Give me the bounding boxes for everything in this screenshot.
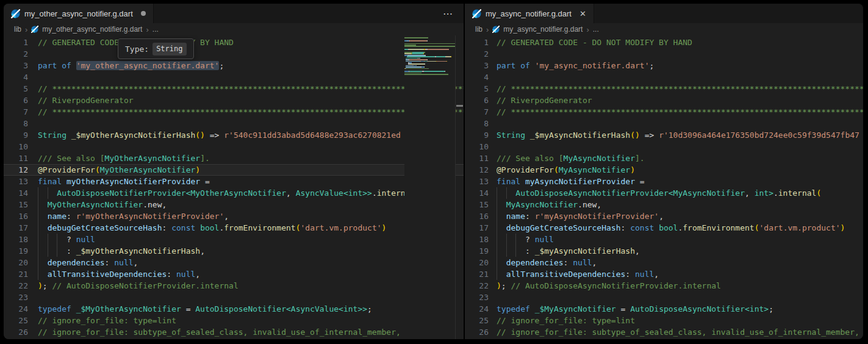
tab-label: my_async_notifier.g.dart — [486, 9, 572, 18]
code-line[interactable]: 3part of 'my_other_async_notifier.dart'; — [4, 60, 464, 71]
code-line[interactable]: 4 — [4, 71, 464, 83]
code-line[interactable]: 24typedef _$MyOtherAsyncNotifier = AutoD… — [4, 303, 464, 315]
editor-group-right: my_async_notifier.g.dart ✕ lib › my_asyn… — [465, 4, 863, 339]
line-number: 22 — [465, 280, 497, 292]
breadcrumb-right: lib › my_async_notifier.g.dart › ... — [465, 23, 863, 35]
dart-file-icon — [31, 26, 38, 33]
tab-my-async-notifier[interactable]: my_async_notifier.g.dart ✕ — [465, 4, 594, 23]
tab-my-other-async-notifier[interactable]: my_other_async_notifier.g.dart — [4, 4, 154, 23]
code-line[interactable]: 14 AutoDisposeAsyncNotifierProvider<MyAs… — [465, 187, 863, 199]
close-icon[interactable]: ✕ — [579, 10, 586, 18]
breadcrumb-item-file[interactable]: my_async_notifier.g.dart — [503, 25, 583, 34]
code-line[interactable]: 10 — [465, 141, 863, 152]
code-line[interactable]: 22); // AutoDisposeAsyncNotifierProvider… — [465, 280, 863, 292]
code-line[interactable]: 2 — [465, 48, 863, 60]
code-line[interactable]: 20 dependencies: null, — [465, 257, 863, 268]
code-line[interactable]: 13final myAsyncNotifierProvider = — [465, 176, 863, 187]
code-line[interactable]: 1// GENERATED CODE - DO NOT MODIFY BY HA… — [465, 37, 863, 48]
tabbar-left: my_other_async_notifier.g.dart ⋯ — [4, 4, 464, 23]
line-number: 6 — [465, 95, 497, 106]
code-line[interactable]: 26// ignore_for_file: subtype_of_sealed_… — [4, 326, 464, 338]
code-line[interactable]: 12@ProviderFor(MyOtherAsyncNotifier) — [4, 164, 464, 176]
breadcrumb-item-more[interactable]: ... — [593, 25, 599, 34]
line-number: 1 — [4, 37, 38, 48]
line-number: 23 — [465, 292, 497, 303]
code-line[interactable]: 2 — [4, 48, 464, 60]
code-line[interactable]: 9String _$myOtherAsyncNotifierHash() => … — [4, 129, 464, 141]
code-line[interactable]: 8 — [465, 118, 863, 129]
code-line[interactable]: 16 name: r'myAsyncNotifierProvider', — [465, 210, 863, 222]
minimap-content — [404, 37, 456, 75]
code-line[interactable]: 4 — [465, 71, 863, 83]
minimap[interactable] — [404, 35, 456, 339]
line-number: 7 — [4, 106, 38, 118]
editor-actions-button[interactable]: ⋯ — [443, 4, 454, 23]
line-number: 11 — [465, 152, 497, 164]
code-editor-right[interactable]: 1// GENERATED CODE - DO NOT MODIFY BY HA… — [465, 35, 863, 339]
line-number: 26 — [4, 326, 38, 338]
code-line[interactable]: 22); // AutoDisposeNotifierProvider.inte… — [4, 280, 464, 292]
line-number: 13 — [465, 176, 497, 187]
code-line[interactable]: 16 name: r'myOtherAsyncNotifierProvider'… — [4, 210, 464, 222]
line-number: 9 — [465, 129, 497, 141]
code-line[interactable]: 11/// See also [MyAsyncNotifier]. — [465, 152, 863, 164]
line-number: 25 — [465, 315, 497, 326]
code-line[interactable]: 19 : _$myOtherAsyncNotifierHash, — [4, 245, 464, 257]
line-number: 15 — [465, 199, 497, 210]
line-number: 17 — [465, 222, 497, 234]
code-line[interactable]: 1// GENERATED CODE - DO NOT MODIFY BY HA… — [4, 37, 464, 48]
line-number: 12 — [4, 164, 38, 176]
code-line[interactable]: 23 — [465, 292, 863, 303]
code-line[interactable]: 15 MyAsyncNotifier.new, — [465, 199, 863, 210]
line-number: 10 — [465, 141, 497, 152]
code-line[interactable]: 18 ? null — [4, 234, 464, 245]
code-line[interactable]: 5// ************************************… — [4, 83, 464, 95]
code-line[interactable]: 18 ? null — [465, 234, 863, 245]
breadcrumb-item-more[interactable]: ... — [152, 25, 159, 34]
code-line[interactable]: 6// RiverpodGenerator — [4, 95, 464, 106]
code-line[interactable]: 17 debugGetCreateSourceHash: const bool.… — [4, 222, 464, 234]
hover-tooltip: Type: String — [118, 38, 194, 59]
code-line[interactable]: 9String _$myAsyncNotifierHash() => r'10d… — [465, 129, 863, 141]
code-line[interactable]: 3part of 'my_async_notifier.dart'; — [465, 60, 863, 71]
code-line[interactable]: 21 allTransitiveDependencies: null, — [465, 268, 863, 280]
code-line[interactable]: 21 allTransitiveDependencies: null, — [4, 268, 464, 280]
code-line[interactable]: 12@ProviderFor(MyAsyncNotifier) — [465, 164, 863, 176]
editor-group-left: my_other_async_notifier.g.dart ⋯ lib › m… — [4, 4, 464, 339]
code-line[interactable]: 7// ************************************… — [4, 106, 464, 118]
breadcrumb-item-lib[interactable]: lib — [475, 25, 482, 34]
code-line[interactable]: 10 — [4, 141, 464, 152]
code-line[interactable]: 11/// See also [MyOtherAsyncNotifier]. — [4, 152, 464, 164]
code-editor-left[interactable]: 1// GENERATED CODE - DO NOT MODIFY BY HA… — [4, 35, 464, 339]
code-line[interactable]: 13final myOtherAsyncNotifierProvider = — [4, 176, 464, 187]
vscode-window: my_other_async_notifier.g.dart ⋯ lib › m… — [4, 4, 863, 339]
line-number: 18 — [4, 234, 38, 245]
code-line[interactable]: 17 debugGetCreateSourceHash: const bool.… — [465, 222, 863, 234]
line-number: 12 — [465, 164, 497, 176]
breadcrumb-item-file[interactable]: my_other_async_notifier.g.dart — [42, 25, 142, 34]
code-line[interactable]: 25// ignore_for_file: type=lint — [4, 315, 464, 326]
code-line[interactable]: 24typedef _$MyAsyncNotifier = AutoDispos… — [465, 303, 863, 315]
line-number: 4 — [465, 71, 497, 83]
breadcrumb-item-lib[interactable]: lib — [14, 25, 21, 34]
line-number: 16 — [4, 210, 38, 222]
code-line[interactable]: 19 : _$myAsyncNotifierHash, — [465, 245, 863, 257]
code-line[interactable]: 14 AutoDisposeNotifierProvider<MyOtherAs… — [4, 187, 464, 199]
line-number: 14 — [465, 187, 497, 199]
line-number: 10 — [4, 141, 38, 152]
line-number: 1 — [465, 37, 497, 48]
code-line[interactable]: 20 dependencies: null, — [4, 257, 464, 268]
code-line[interactable]: 26// ignore_for_file: subtype_of_sealed_… — [465, 326, 863, 338]
modified-indicator[interactable] — [141, 11, 146, 16]
overview-ruler[interactable] — [455, 35, 464, 339]
chevron-right-icon: › — [586, 26, 589, 34]
code-line[interactable]: 25// ignore_for_file: type=lint — [465, 315, 863, 326]
code-line[interactable]: 8 — [4, 118, 464, 129]
code-line[interactable]: 5// ************************************… — [465, 83, 863, 95]
code-line[interactable]: 23 — [4, 292, 464, 303]
code-line[interactable]: 6// RiverpodGenerator — [465, 95, 863, 106]
line-number: 3 — [465, 60, 497, 71]
line-number: 16 — [465, 210, 497, 222]
code-line[interactable]: 15 MyOtherAsyncNotifier.new, — [4, 199, 464, 210]
code-line[interactable]: 7// ************************************… — [465, 106, 863, 118]
